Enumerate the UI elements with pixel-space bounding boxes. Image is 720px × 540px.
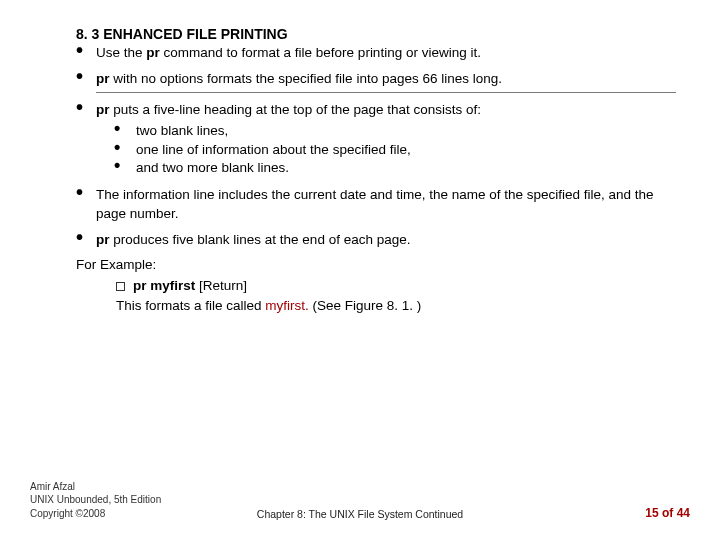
- copyright: Copyright ©2008: [30, 507, 161, 521]
- filename: myfirst.: [265, 298, 309, 313]
- example-block: pr myfirst [Return] This formats a file …: [116, 276, 676, 315]
- book-title: UNIX Unbounded, 5th Edition: [30, 493, 161, 507]
- author-name: Amir Afzal: [30, 480, 161, 494]
- sub-bullet-list: two blank lines, one line of information…: [114, 122, 676, 179]
- bullet-item: pr produces five blank lines at the end …: [76, 231, 676, 249]
- total-pages: 44: [677, 506, 690, 520]
- sub-bullet-item: and two more blank lines.: [114, 159, 676, 178]
- text: of: [659, 506, 677, 520]
- bullet-list: Use the pr command to format a file befo…: [64, 44, 676, 249]
- slide-footer: Amir Afzal UNIX Unbounded, 5th Edition C…: [30, 480, 690, 521]
- command-name: pr: [96, 232, 110, 247]
- command-name: pr: [96, 71, 110, 86]
- horizontal-rule: [96, 92, 676, 93]
- sub-bullet-item: one line of information about the specif…: [114, 141, 676, 160]
- text: with no options formats the specified fi…: [110, 71, 502, 86]
- current-page: 15: [645, 506, 658, 520]
- text: (See Figure 8. 1. ): [309, 298, 422, 313]
- sub-bullet-item: two blank lines,: [114, 122, 676, 141]
- example-description: This formats a file called myfirst. (See…: [116, 296, 676, 316]
- text: [Return]: [195, 278, 247, 293]
- command-text: pr myfirst: [133, 278, 195, 293]
- section-heading: 8. 3 ENHANCED FILE PRINTING: [76, 26, 676, 42]
- command-name: pr: [146, 45, 160, 60]
- bullet-item: The information line includes the curren…: [76, 186, 676, 222]
- example-command-line: pr myfirst [Return]: [116, 276, 676, 296]
- bullet-item: Use the pr command to format a file befo…: [76, 44, 676, 62]
- example-command: pr myfirst [Return]: [133, 276, 247, 296]
- page-number: 15 of 44: [645, 506, 690, 520]
- text: This formats a file called: [116, 298, 265, 313]
- square-bullet-icon: [116, 282, 125, 291]
- for-example-label: For Example:: [76, 257, 676, 272]
- bullet-item: pr puts a five-line heading at the top o…: [76, 101, 676, 178]
- command-name: pr: [96, 102, 110, 117]
- footer-chapter: Chapter 8: The UNIX File System Continue…: [257, 508, 463, 520]
- text: command to format a file before printing…: [160, 45, 481, 60]
- bullet-item: pr with no options formats the specified…: [76, 70, 676, 93]
- text: produces five blank lines at the end of …: [110, 232, 411, 247]
- slide-page: 8. 3 ENHANCED FILE PRINTING Use the pr c…: [0, 0, 720, 540]
- text: puts a five-line heading at the top of t…: [110, 102, 482, 117]
- text: Use the: [96, 45, 146, 60]
- footer-left: Amir Afzal UNIX Unbounded, 5th Edition C…: [30, 480, 161, 521]
